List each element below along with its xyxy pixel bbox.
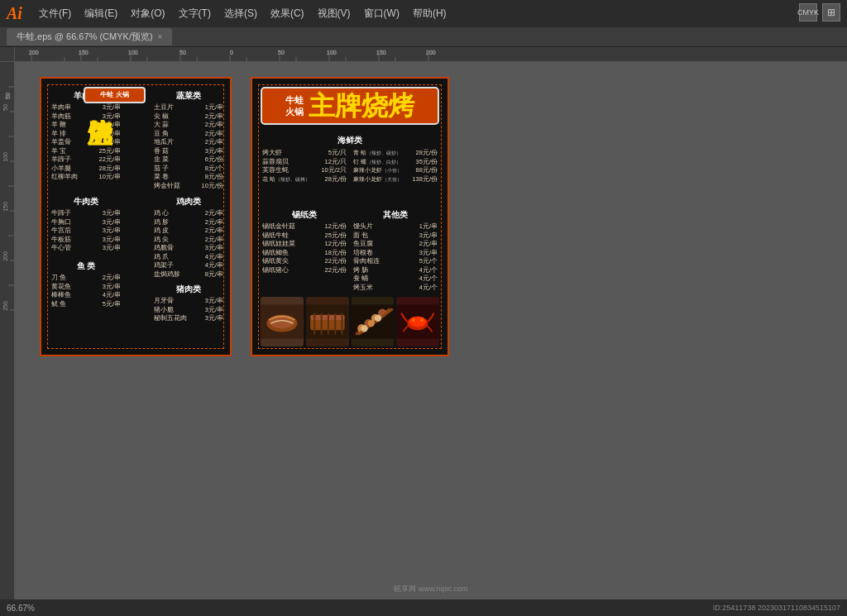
right-menu-page: 牛蛙 火锅 主牌烧烤 海鲜类 烤大虾5元/只 蒜蓉扇贝12元/只 芙蓉生蚝10元…: [251, 77, 449, 356]
seafood-right-col: 青 蛤（辣炒、碳炒） 28元/份 钉 螺（辣炒、白炒） 35元/份 麻辣小龙虾（…: [352, 149, 439, 184]
sheep-item-2: 羊肉筋3元/串: [50, 112, 122, 122]
beef-item-1: 牛蹄子3元/串: [50, 209, 122, 218]
pork-item-3: 秘制五花肉3元/串: [152, 314, 225, 323]
beef-heading: 牛肉类: [50, 196, 122, 208]
veg-item-4: 豆 角2元/串: [152, 130, 225, 139]
menu-file[interactable]: 文件(F): [32, 3, 78, 24]
veg-item-5: 地瓜片2元/串: [152, 138, 225, 147]
sheep-section: 羊肉类 羊肉串3元/串 羊肉筋3元/串 羊 鞭5元/串 羊 排8元/串 羊盖骨1…: [50, 90, 122, 182]
seafood-heading: 海鲜类: [261, 135, 439, 146]
sheep-item-3: 羊 鞭5元/串: [50, 121, 122, 130]
seafood-r1: 青 蛤（辣炒、碳炒） 28元/份: [352, 149, 439, 158]
menu-window[interactable]: 窗口(W): [357, 3, 406, 24]
pork-item-2: 猪小脆3元/串: [152, 306, 225, 315]
svg-point-64: [374, 315, 380, 322]
foil-item-4: 锡纸鲫鱼18元/份: [261, 249, 348, 258]
menu-edit[interactable]: 编辑(E): [78, 3, 124, 24]
sheep-item-8: 小羊腿28元/串: [50, 165, 122, 174]
menu-view[interactable]: 视图(V): [311, 3, 357, 24]
seafood-l4: 花 蛤（辣炒、碳烤） 28元/份: [261, 175, 348, 184]
svg-point-67: [409, 317, 427, 327]
seafood-r4: 麻辣小龙虾（大份） 138元/份: [352, 175, 439, 184]
beef-item-5: 牛心管3元/串: [50, 244, 122, 253]
svg-point-63: [367, 320, 374, 327]
veg-item-3: 大 蒜2元/串: [152, 121, 225, 130]
veg-heading: 蔬菜类: [152, 90, 225, 102]
chicken-item-5: 鸡脆骨3元/串: [152, 244, 225, 253]
food-images: [261, 297, 439, 346]
other-item-4: 培根卷3元/串: [352, 249, 439, 258]
svg-text:200: 200: [426, 50, 436, 55]
pork-section: 猪肉类 月牙骨3元/串 猪小脆3元/串 秘制五花肉3元/串: [152, 284, 225, 323]
svg-text:150: 150: [79, 50, 89, 55]
food-img-4: [396, 297, 439, 346]
veg-item-10: 烤金针菇10元/份: [152, 182, 225, 191]
menu-help[interactable]: 帮助(H): [406, 3, 453, 24]
menu-bar: Ai 文件(F) 编辑(E) 对象(O) 文字(T) 选择(S) 效果(C) 视…: [0, 0, 847, 27]
veg-item-8: 茄 子8元/个: [152, 165, 225, 174]
chicken-item-6: 鸡 爪4元/串: [152, 253, 225, 262]
beef-item-2: 牛胸口3元/串: [50, 218, 122, 227]
food-img-3: [352, 297, 395, 346]
left-menu-page: 牛蛙 火锅 主牌烧烤 羊肉类 羊肉串3元/串 羊肉筋3元/串 羊 鞭5元/串 羊…: [40, 77, 232, 356]
other-heading: 其他类: [352, 209, 439, 221]
workspace-icon[interactable]: ⊞: [822, 3, 840, 21]
foil-section: 锡纸类 锡纸金针菇12元/份 锡纸牛蛙25元/份 锡纸娃娃菜12元/份 锡纸鲫鱼…: [261, 209, 348, 292]
svg-text:0: 0: [230, 50, 233, 55]
tab-label: 牛蛙.eps @ 66.67% (CMYK/预览): [17, 31, 153, 43]
fish-section: 鱼 类 刀 鱼2元/串 黄花鱼3元/串 棒棒鱼4元/串 鱿 鱼5元/串: [50, 260, 122, 308]
svg-point-68: [412, 318, 415, 322]
document-tab[interactable]: 牛蛙.eps @ 66.67% (CMYK/预览) ×: [7, 28, 172, 45]
chicken-heading: 鸡肉类: [152, 196, 225, 208]
status-bar: 66.67% ID:25411738 20230317110834515107: [0, 599, 847, 616]
seafood-l1: 烤大虾5元/只: [261, 149, 348, 158]
other-item-2: 面 包3元/串: [352, 232, 439, 241]
chicken-section: 鸡肉类 鸡 心2元/串 鸡 胗2元/串 鸡 皮2元/串 鸡 尖2元/串 鸡脆骨3…: [152, 196, 225, 279]
other-section: 其他类 馒头片1元/串 面 包3元/串 鱼豆腐2元/串 培根卷3元/串 骨肉相连…: [352, 209, 439, 292]
beef-item-4: 牛板筋3元/串: [50, 236, 122, 245]
menu-object[interactable]: 对象(O): [124, 3, 171, 24]
menu-effect[interactable]: 效果(C): [264, 3, 311, 24]
color-mode-icon[interactable]: CMYK: [799, 3, 817, 21]
other-item-1: 馒头片1元/串: [352, 222, 439, 232]
veg-item-9: 菜 卷8元/份: [152, 173, 225, 182]
chicken-item-1: 鸡 心2元/串: [152, 209, 225, 218]
svg-rect-27: [0, 62, 15, 616]
foil-item-6: 锡纸猪心22元/份: [261, 266, 348, 275]
sheep-item-5: 羊盖骨12元/串: [50, 138, 122, 147]
canvas-area: 牛蛙 火锅 主牌烧烤 羊肉类 羊肉串3元/串 羊肉筋3元/串 羊 鞭5元/串 羊…: [15, 62, 847, 599]
foil-heading: 锡纸类: [261, 209, 348, 221]
svg-text:150: 150: [376, 50, 386, 55]
status-info: 66.67%: [7, 604, 35, 613]
ai-logo: Ai: [7, 4, 22, 23]
svg-text:50: 50: [278, 50, 285, 55]
tab-close-button[interactable]: ×: [158, 32, 163, 41]
watermark: 昵享网 www.nipic.com: [394, 584, 467, 595]
pork-item-1: 月牙骨3元/串: [152, 297, 225, 306]
sheep-item-4: 羊 排8元/串: [50, 130, 122, 139]
veg-item-7: 韭 菜6元/份: [152, 155, 225, 165]
svg-text:100: 100: [2, 152, 8, 162]
fish-item-2: 黄花鱼3元/串: [50, 283, 122, 292]
menu-select[interactable]: 选择(S): [218, 3, 264, 24]
svg-text:100: 100: [327, 50, 337, 55]
food-img-1: [261, 297, 304, 346]
foil-item-1: 锡纸金针菇12元/份: [261, 222, 348, 232]
ruler-vertical: 50 50 100 150 200 250: [0, 62, 15, 616]
other-item-3: 鱼豆腐2元/串: [352, 240, 439, 249]
seafood-l2: 蒜蓉扇贝12元/只: [261, 158, 348, 167]
other-item-5: 骨肉相连5元/个: [352, 257, 439, 266]
ruler-corner: [0, 47, 15, 62]
menu-text[interactable]: 文字(T): [172, 3, 218, 24]
svg-point-62: [361, 325, 367, 332]
svg-point-69: [420, 318, 424, 322]
ruler-horizontal: 200 150 100 50 0 50 100 150 200: [15, 47, 847, 62]
fish-item-3: 棒棒鱼4元/串: [50, 291, 122, 300]
toolbar-icons: CMYK ⊞: [799, 3, 840, 21]
fish-item-4: 鱿 鱼5元/串: [50, 300, 122, 309]
chicken-item-8: 盐焗鸡胗8元/串: [152, 270, 225, 279]
tab-bar: 牛蛙.eps @ 66.67% (CMYK/预览) ×: [0, 27, 847, 47]
foil-item-5: 锡纸黄尖22元/份: [261, 257, 348, 266]
other-item-6: 烤 肠4元/个: [352, 266, 439, 275]
svg-text:150: 150: [2, 202, 8, 212]
